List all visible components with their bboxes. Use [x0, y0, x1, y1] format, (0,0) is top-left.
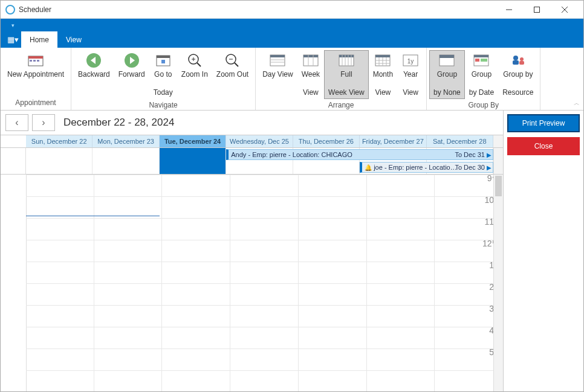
svg-rect-22 — [270, 55, 285, 57]
day-view-icon — [269, 53, 286, 68]
week-view-button[interactable]: WeekView — [297, 50, 324, 99]
svg-rect-51 — [513, 60, 519, 65]
month-view-icon — [374, 53, 391, 68]
svg-point-50 — [513, 56, 518, 60]
svg-rect-1 — [534, 7, 540, 12]
forward-button[interactable]: Forward — [114, 50, 149, 90]
date-range-title: December 22 - 28, 2024 — [63, 117, 174, 129]
week-view-icon — [302, 53, 319, 68]
svg-rect-45 — [440, 55, 454, 58]
title-bar: Scheduler — [1, 1, 583, 19]
all-day-cell[interactable] — [92, 148, 159, 174]
collapse-ribbon-icon[interactable]: ︿ — [574, 99, 580, 108]
ribbon-group-arrange: Day View WeekView FullWeek View MonthVie… — [256, 48, 427, 110]
full-week-view-button[interactable]: FullWeek View — [324, 50, 369, 99]
group-by-date-button[interactable]: Groupby Date — [465, 50, 498, 99]
svg-point-52 — [520, 57, 524, 61]
calendar-today-icon — [155, 53, 172, 68]
reminder-bell-icon: 🔔 — [365, 164, 372, 171]
event-title: joe - Emp: pierre - Locatio… — [374, 164, 457, 171]
svg-rect-13 — [161, 60, 165, 63]
calendar-nav: ‹ › December 22 - 28, 2024 — [1, 111, 503, 135]
group-none-icon — [438, 53, 455, 68]
group-label-arrange: Arrange — [258, 99, 424, 112]
quick-access-strip: ▾ — [1, 19, 583, 31]
quick-access-dropdown-icon[interactable]: ▾ — [11, 22, 15, 28]
zoom-out-icon — [224, 53, 241, 68]
year-view-icon: 1y — [402, 53, 419, 68]
year-view-button[interactable]: 1yYearView — [397, 50, 424, 99]
group-date-icon — [473, 53, 490, 68]
event-end-label: To Dec 31 ▶ — [455, 151, 492, 158]
close-button[interactable]: Close — [507, 137, 580, 155]
svg-rect-48 — [475, 59, 479, 62]
event-title: Andy - Emp: pierre - Location: CHICAGO — [231, 151, 352, 158]
svg-text:1y: 1y — [407, 58, 414, 65]
group-label-appointment: Appointment — [3, 97, 68, 110]
goto-today-button[interactable]: Go toToday — [149, 50, 177, 99]
day-header-row: Sun, December 22Mon, December 23Tue, Dec… — [26, 135, 493, 148]
arrow-right-icon — [123, 53, 140, 68]
time-grid[interactable]: 9AM1000110012PM100200300400500 — [1, 175, 503, 391]
svg-rect-5 — [28, 56, 43, 59]
close-window-button[interactable] — [551, 1, 579, 19]
ribbon-group-appointment: New Appointment Appointment — [1, 48, 71, 110]
continues-arrow-icon: ▶ — [487, 152, 492, 158]
svg-rect-12 — [157, 56, 170, 58]
group-resource-icon — [510, 53, 527, 68]
svg-rect-8 — [37, 60, 39, 62]
month-view-button[interactable]: MonthView — [369, 50, 397, 99]
group-by-none-button[interactable]: Groupby None — [429, 50, 465, 99]
all-day-cell[interactable] — [26, 148, 92, 174]
file-menu-icon[interactable]: ▦▾ — [4, 31, 21, 48]
svg-rect-53 — [519, 61, 524, 65]
calendar-event[interactable]: Andy - Emp: pierre - Location: CHICAGOTo… — [226, 149, 493, 160]
ribbon: New Appointment Appointment Backward For… — [1, 48, 583, 111]
zoom-in-icon — [186, 53, 203, 68]
ribbon-group-groupby: Groupby None Groupby Date Group byResour… — [427, 48, 540, 110]
backward-button[interactable]: Backward — [74, 50, 114, 90]
group-label-groupby: Group By — [429, 99, 537, 112]
day-header[interactable]: Friday, December 27 — [360, 135, 426, 147]
next-range-button[interactable]: › — [32, 114, 55, 131]
svg-rect-6 — [30, 60, 32, 62]
print-preview-button[interactable]: Print Preview — [507, 114, 580, 132]
all-day-cell[interactable] — [160, 148, 226, 174]
svg-line-19 — [235, 63, 238, 66]
current-time-indicator — [26, 216, 160, 216]
svg-rect-26 — [303, 55, 318, 57]
day-header[interactable]: Thu, December 26 — [293, 135, 360, 147]
tab-view[interactable]: View — [57, 31, 90, 48]
app-icon — [5, 5, 15, 14]
day-header[interactable]: Wednesday, Dec 25 — [226, 135, 293, 147]
calendar-event[interactable]: 🔔joe - Emp: pierre - Locatio…To Dec 30 ▶ — [360, 162, 493, 173]
zoom-in-button[interactable]: Zoom In — [177, 50, 212, 90]
arrow-left-icon — [85, 53, 102, 68]
zoom-out-button[interactable]: Zoom Out — [212, 50, 253, 90]
new-appointment-button[interactable]: New Appointment — [3, 50, 68, 90]
ribbon-group-navigate: Backward Forward Go toToday Zoom In Zoom… — [71, 48, 256, 110]
tab-home[interactable]: Home — [21, 31, 57, 48]
continues-arrow-icon: ▶ — [487, 164, 492, 171]
event-end-label: To Dec 30 ▶ — [455, 164, 492, 171]
svg-rect-49 — [481, 59, 487, 62]
maximize-button[interactable] — [523, 1, 551, 19]
svg-rect-47 — [474, 55, 488, 57]
day-header[interactable]: Sun, December 22 — [26, 135, 92, 147]
day-header[interactable]: Mon, December 23 — [92, 135, 159, 147]
calendar-plus-icon — [27, 53, 44, 68]
vertical-scrollbar[interactable] — [493, 175, 503, 391]
group-label-navigate: Navigate — [74, 99, 253, 112]
svg-line-15 — [197, 63, 201, 66]
prev-range-button[interactable]: ‹ — [5, 114, 28, 131]
group-by-resource-button[interactable]: Group byResource — [498, 50, 537, 99]
day-header[interactable]: Sat, December 28 — [427, 135, 493, 147]
day-header[interactable]: Tue, December 24 — [160, 135, 226, 147]
minimize-button[interactable] — [495, 1, 523, 19]
side-panel: Print Preview Close — [504, 111, 583, 391]
all-day-row: Andy - Emp: pierre - Location: CHICAGOTo… — [1, 148, 503, 175]
svg-rect-7 — [33, 60, 36, 62]
day-view-button[interactable]: Day View — [258, 50, 297, 90]
full-week-view-icon — [338, 53, 355, 68]
ribbon-tabs: ▦▾ Home View — [1, 31, 583, 48]
